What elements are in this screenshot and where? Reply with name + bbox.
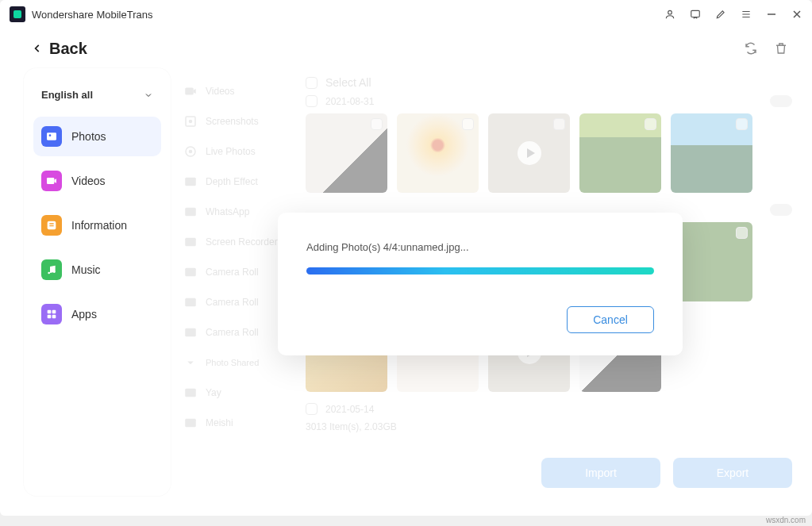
edit-icon[interactable] — [715, 9, 726, 20]
music-icon — [41, 259, 62, 280]
sidebar-item-videos[interactable]: Videos — [33, 161, 161, 201]
menu-icon[interactable] — [741, 9, 752, 20]
modal-message: Adding Photo(s) 4/4:unnamed.jpg... — [306, 241, 654, 253]
svg-rect-1 — [691, 10, 700, 17]
app-title: Wondershare MobileTrans — [32, 9, 664, 21]
sidebar-item-apps[interactable]: Apps — [33, 294, 161, 334]
sidebar-item-music[interactable]: Music — [33, 250, 161, 290]
sidebar-categories: English all Photos Videos Information Mu… — [24, 68, 171, 496]
svg-rect-10 — [48, 315, 52, 319]
close-button[interactable] — [791, 9, 802, 20]
app-logo — [10, 6, 25, 22]
cancel-button[interactable]: Cancel — [567, 306, 654, 333]
svg-point-0 — [668, 10, 672, 14]
videos-icon — [41, 171, 62, 191]
trash-icon[interactable] — [774, 41, 788, 56]
apps-icon — [41, 304, 62, 324]
language-dropdown[interactable]: English all — [33, 83, 161, 107]
user-icon[interactable] — [664, 9, 675, 20]
svg-point-6 — [48, 272, 50, 275]
feedback-icon[interactable] — [690, 9, 701, 20]
progress-bar — [306, 267, 654, 275]
svg-rect-9 — [52, 310, 56, 314]
sidebar-item-label: Videos — [71, 175, 106, 187]
minimize-button[interactable] — [766, 9, 777, 20]
sidebar-item-label: Apps — [71, 308, 97, 321]
sidebar-item-photos[interactable]: Photos — [33, 117, 161, 156]
sidebar-item-label: Music — [71, 263, 101, 276]
svg-rect-4 — [47, 178, 54, 184]
sidebar-item-information[interactable]: Information — [33, 205, 161, 245]
information-icon — [41, 215, 62, 236]
sidebar-item-label: Photos — [71, 130, 106, 143]
back-row: Back — [0, 29, 812, 68]
back-button[interactable]: Back — [32, 40, 87, 58]
chevron-down-icon — [144, 90, 153, 100]
svg-rect-11 — [52, 315, 56, 319]
back-label: Back — [49, 40, 87, 58]
svg-point-3 — [49, 134, 52, 136]
svg-point-7 — [53, 271, 56, 273]
refresh-icon[interactable] — [744, 41, 758, 56]
sidebar-item-label: Information — [71, 219, 127, 232]
photos-icon — [41, 126, 62, 147]
titlebar: Wondershare MobileTrans — [0, 0, 812, 29]
svg-rect-8 — [48, 310, 52, 314]
progress-modal: Adding Photo(s) 4/4:unnamed.jpg... Cance… — [278, 213, 683, 355]
watermark: wsxdn.com — [766, 516, 806, 524]
svg-rect-2 — [47, 132, 56, 140]
dropdown-label: English all — [41, 89, 93, 101]
